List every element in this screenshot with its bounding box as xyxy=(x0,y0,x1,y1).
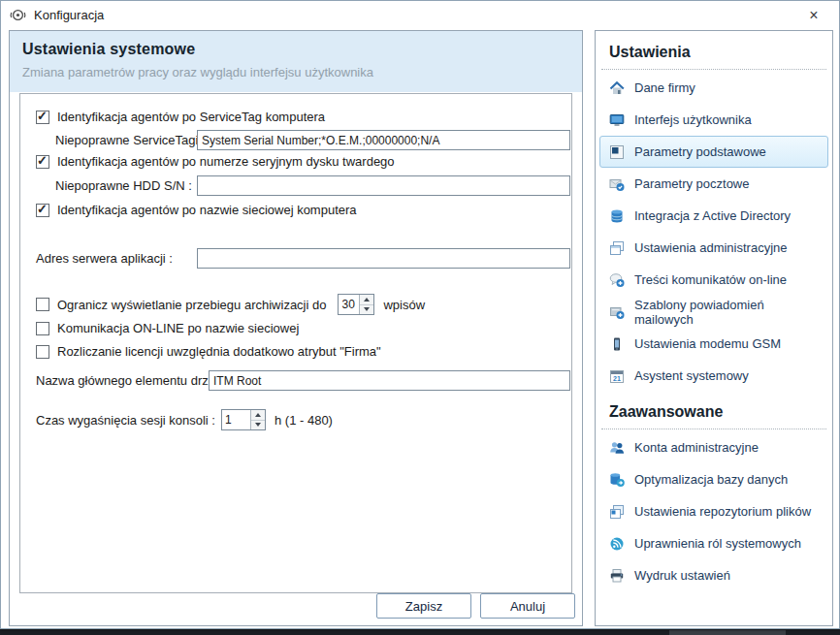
session-expiry-input[interactable] xyxy=(222,410,250,429)
sidebar-item-label: Ustawienia administracyjne xyxy=(634,240,788,255)
sidebar-item-label: Parametry pocztowe xyxy=(634,176,750,191)
panel-header: Ustawienia systemowe Zmiana parametrów p… xyxy=(10,31,582,92)
servicetag-checkbox-row[interactable]: Identyfikacja agentów po ServiceTag komp… xyxy=(36,110,325,124)
mobile-phone-icon xyxy=(609,336,625,352)
configuration-dialog: Konfiguracja × Ustawienia systemowe Zmia… xyxy=(0,0,840,629)
titlebar: Konfiguracja × xyxy=(1,1,839,29)
arrow-down-icon xyxy=(364,307,370,311)
archive-limit-spinner xyxy=(338,294,374,315)
sidebar-item-integracja-active-directory[interactable]: Integracja z Active Directory xyxy=(599,200,828,232)
template-plus-icon xyxy=(609,304,625,320)
server-address-input[interactable] xyxy=(197,248,570,269)
sidebar-item-label: Uprawnienia ról systemowych xyxy=(634,536,801,551)
sidebar-item-wydruk-ustawien[interactable]: Wydruk ustawień xyxy=(599,559,828,591)
online-communication-label: Komunikacja ON-LINE po nazwie sieciowej xyxy=(57,321,299,335)
sidebar-item-konta-administracyjne[interactable]: Konta administracyjne xyxy=(599,431,828,463)
save-button[interactable]: Zapisz xyxy=(376,593,471,619)
license-firma-row[interactable]: Rozliczanie licencji uwzględnia dodatkow… xyxy=(36,344,381,359)
settings-navigation: Ustawienia Dane firmy Interfejs użytkown… xyxy=(595,30,833,626)
sidebar-item-asystent-systemowy[interactable]: 21 Asystent systemowy xyxy=(599,360,828,392)
sidebar-item-label: Wydruk ustawień xyxy=(634,568,730,583)
section-title-ustawienia: Ustawienia xyxy=(596,41,832,69)
sidebar-item-repozytorium-plikow[interactable]: Ustawienia repozytorium plików xyxy=(599,495,828,527)
spin-up-button[interactable] xyxy=(251,410,265,421)
sidebar-item-label: Interfejs użytkownika xyxy=(634,112,752,127)
database-icon xyxy=(609,208,625,224)
close-icon: × xyxy=(809,7,818,24)
file-repository-icon xyxy=(609,504,625,520)
servicetag-checkbox[interactable] xyxy=(36,111,49,124)
close-button[interactable]: × xyxy=(797,3,830,28)
network-name-checkbox[interactable] xyxy=(36,204,49,217)
database-optimize-icon xyxy=(609,472,625,488)
invalid-servicetags-input[interactable] xyxy=(197,130,570,150)
tree-root-label: Nazwa głównego elementu drzewa : xyxy=(36,373,209,388)
hdd-checkbox-label: Identyfikacja agentów po numerze seryjny… xyxy=(57,154,395,169)
archive-limit-checkbox[interactable] xyxy=(36,298,49,311)
settings-form: Identyfikacja agentów po ServiceTag komp… xyxy=(19,93,572,593)
sidebar-item-label: Ustawienia modemu GSM xyxy=(634,336,781,351)
system-roles-icon xyxy=(609,536,625,552)
cancel-button[interactable]: Anuluj xyxy=(480,593,575,619)
sidebar-item-szablony-powiadomien[interactable]: Szablony powiadomień mailowych xyxy=(599,296,828,328)
online-communication-checkbox[interactable] xyxy=(36,322,49,335)
sidebar-item-label: Optymalizacja bazy danych xyxy=(634,472,788,487)
hdd-checkbox[interactable] xyxy=(36,155,49,169)
archive-limit-label: Ogranicz wyświetlanie przebiegu archiwiz… xyxy=(57,298,326,312)
license-firma-label: Rozliczanie licencji uwzględnia dodatkow… xyxy=(57,344,381,359)
sidebar-item-label: Asystent systemowy xyxy=(634,368,749,383)
server-address-row: Adres serwera aplikacji : xyxy=(36,248,570,269)
mail-check-icon xyxy=(609,176,625,192)
invalid-servicetags-label: Niepoprawne ServiceTagi : xyxy=(55,133,197,147)
monitor-icon xyxy=(609,112,625,128)
invalid-hdd-input[interactable] xyxy=(197,175,570,196)
sidebar-item-uprawnienia-rol[interactable]: Uprawnienia ról systemowych xyxy=(599,527,828,559)
sidebar-item-label: Szablony powiadomień mailowych xyxy=(634,298,819,327)
app-logo-icon xyxy=(10,7,26,23)
window-title: Konfiguracja xyxy=(34,8,104,22)
sidebar-item-modem-gsm[interactable]: Ustawienia modemu GSM xyxy=(599,328,828,360)
tree-root-row: Nazwa głównego elementu drzewa : xyxy=(36,370,570,391)
home-icon xyxy=(609,80,625,96)
sidebar-item-parametry-pocztowe[interactable]: Parametry pocztowe xyxy=(599,168,828,200)
settings-panel: Ustawienia systemowe Zmiana parametrów p… xyxy=(9,30,583,626)
spin-down-button[interactable] xyxy=(251,421,265,430)
app-window-icon xyxy=(609,144,625,160)
sidebar-item-tresci-komunikatow[interactable]: Treści komunikatów on-line xyxy=(599,264,828,296)
sidebar-item-dane-firmy[interactable]: Dane firmy xyxy=(599,72,828,104)
invalid-servicetags-row: Niepoprawne ServiceTagi : xyxy=(55,130,570,150)
windows-stack-icon xyxy=(609,240,625,256)
sidebar-item-optymalizacja-bazy[interactable]: Optymalizacja bazy danych xyxy=(599,463,828,495)
sidebar-item-label: Ustawienia repozytorium plików xyxy=(634,504,811,519)
calendar-day-label: 21 xyxy=(613,375,621,382)
hdd-checkbox-row[interactable]: Identyfikacja agentów po numerze seryjny… xyxy=(36,154,395,169)
session-expiry-row: Czas wygaśnięcia sesji konsoli : h (1 - … xyxy=(36,409,333,430)
sidebar-item-interfejs-uzytkownika[interactable]: Interfejs użytkownika xyxy=(599,104,828,136)
tree-root-input[interactable] xyxy=(209,370,570,391)
arrow-down-icon xyxy=(255,423,261,427)
print-icon xyxy=(609,568,625,584)
sidebar-item-ustawienia-administracyjne[interactable]: Ustawienia administracyjne xyxy=(599,232,828,264)
sidebar-item-label: Dane firmy xyxy=(634,80,695,95)
message-plus-icon xyxy=(609,272,625,288)
license-firma-checkbox[interactable] xyxy=(36,345,49,359)
arrow-up-icon xyxy=(364,298,370,302)
archive-limit-input[interactable] xyxy=(339,295,359,314)
invalid-hdd-label: Niepoprawne HDD S/N : xyxy=(55,178,197,193)
sidebar-item-parametry-podstawowe[interactable]: Parametry podstawowe xyxy=(599,136,828,168)
sidebar-item-label: Parametry podstawowe xyxy=(634,144,766,159)
online-communication-row[interactable]: Komunikacja ON-LINE po nazwie sieciowej xyxy=(36,321,299,335)
session-expiry-suffix: h (1 - 480) xyxy=(275,413,333,428)
network-name-checkbox-row[interactable]: Identyfikacja agentów po nazwie sieciowe… xyxy=(36,203,357,217)
section-divider xyxy=(601,69,826,70)
sidebar-item-label: Konta administracyjne xyxy=(634,440,759,455)
servicetag-checkbox-label: Identyfikacja agentów po ServiceTag komp… xyxy=(57,110,325,124)
network-name-checkbox-label: Identyfikacja agentów po nazwie sieciowe… xyxy=(57,203,357,217)
dialog-buttons: Zapisz Anuluj xyxy=(376,593,575,619)
arrow-up-icon xyxy=(255,413,261,417)
session-expiry-label: Czas wygaśnięcia sesji konsoli : xyxy=(36,413,215,428)
calendar-icon: 21 xyxy=(609,368,625,384)
archive-limit-row[interactable]: Ogranicz wyświetlanie przebiegu archiwiz… xyxy=(36,294,425,315)
spin-down-button[interactable] xyxy=(360,305,373,315)
spin-up-button[interactable] xyxy=(360,295,373,305)
